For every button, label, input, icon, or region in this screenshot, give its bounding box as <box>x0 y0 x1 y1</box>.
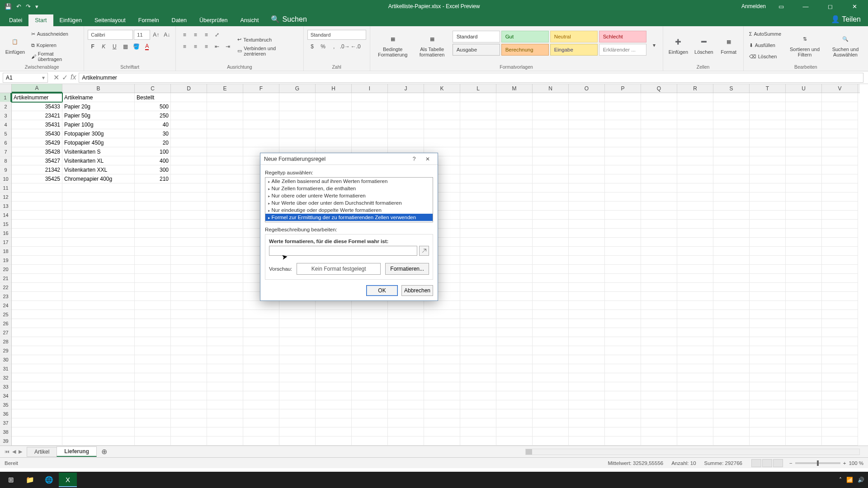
cell[interactable] <box>822 328 858 337</box>
cell[interactable] <box>750 192 786 202</box>
cell[interactable] <box>207 211 243 220</box>
cell[interactable] <box>424 355 460 364</box>
cell[interactable] <box>786 120 822 129</box>
cell[interactable] <box>677 301 713 310</box>
rule-type-item[interactable]: Formel zur Ermittlung der zu formatieren… <box>265 214 433 221</box>
cell[interactable] <box>12 274 62 283</box>
cell[interactable] <box>62 319 135 328</box>
cell[interactable] <box>713 183 750 192</box>
cell[interactable] <box>569 382 605 391</box>
cell[interactable] <box>460 409 496 418</box>
cell[interactable]: 20 <box>135 138 171 147</box>
cell[interactable] <box>388 418 424 427</box>
cell[interactable] <box>496 202 533 211</box>
cell[interactable] <box>171 238 207 247</box>
cell[interactable] <box>822 156 858 165</box>
shrink-font-icon[interactable]: A↓ <box>162 30 172 40</box>
row-header[interactable]: 36 <box>0 409 11 418</box>
cell[interactable] <box>533 183 569 192</box>
cell[interactable] <box>533 102 569 111</box>
cell[interactable] <box>316 418 352 427</box>
cell[interactable] <box>822 129 858 138</box>
cell[interactable] <box>207 192 243 202</box>
cell[interactable] <box>677 220 713 229</box>
cell[interactable] <box>822 283 858 292</box>
cell[interactable] <box>496 436 533 446</box>
cell[interactable] <box>677 382 713 391</box>
col-header[interactable]: T <box>750 84 786 93</box>
cell[interactable] <box>750 400 786 409</box>
cell[interactable] <box>62 301 135 310</box>
cell[interactable] <box>533 436 569 446</box>
cell[interactable] <box>713 120 750 129</box>
cell[interactable] <box>822 310 858 319</box>
col-header[interactable]: C <box>135 84 171 93</box>
cell[interactable] <box>352 102 388 111</box>
col-header[interactable]: G <box>279 84 316 93</box>
style-cell[interactable]: Schlecht <box>599 31 646 42</box>
cell[interactable] <box>316 102 352 111</box>
align-bottom-icon[interactable]: ≡ <box>201 30 211 40</box>
tab-scroll-prev-icon[interactable]: ◀ <box>12 449 16 455</box>
cell[interactable] <box>496 111 533 120</box>
cell[interactable] <box>677 238 713 247</box>
cell[interactable] <box>12 391 62 400</box>
cell[interactable] <box>279 138 316 147</box>
cell[interactable] <box>316 120 352 129</box>
cell[interactable] <box>171 391 207 400</box>
tab-einfuegen[interactable]: Einfügen <box>53 14 88 26</box>
cell[interactable] <box>822 183 858 192</box>
cell[interactable] <box>460 156 496 165</box>
cell[interactable] <box>352 409 388 418</box>
cell[interactable] <box>677 165 713 174</box>
cell[interactable] <box>713 111 750 120</box>
cell[interactable] <box>12 328 62 337</box>
cell[interactable] <box>713 310 750 319</box>
cell[interactable] <box>171 409 207 418</box>
row-header[interactable]: 4 <box>0 120 11 129</box>
horizontal-scrollbar[interactable] <box>525 449 860 455</box>
cell[interactable] <box>822 346 858 355</box>
cell[interactable] <box>713 174 750 183</box>
cell[interactable]: Chromepapier 400g <box>62 174 135 183</box>
cell[interactable] <box>750 102 786 111</box>
tab-scroll-first-icon[interactable]: ⏮ <box>5 449 9 455</box>
cell[interactable] <box>388 102 424 111</box>
cell[interactable] <box>605 120 641 129</box>
task-excel-icon[interactable]: X <box>59 473 77 487</box>
view-pagebreak-icon[interactable] <box>773 459 783 467</box>
cell[interactable] <box>460 382 496 391</box>
cell[interactable] <box>750 436 786 446</box>
cell[interactable] <box>171 147 207 156</box>
cell[interactable] <box>207 292 243 301</box>
cell[interactable] <box>171 427 207 436</box>
cell[interactable] <box>713 301 750 310</box>
cell[interactable] <box>750 283 786 292</box>
cell[interactable] <box>533 192 569 202</box>
cell[interactable] <box>496 102 533 111</box>
cell[interactable] <box>677 93 713 102</box>
cell[interactable] <box>641 147 677 156</box>
bold-button[interactable]: F <box>88 42 98 52</box>
tab-seitenlayout[interactable]: Seitenlayout <box>88 14 132 26</box>
cell[interactable] <box>388 129 424 138</box>
cell[interactable] <box>207 238 243 247</box>
cell[interactable] <box>713 211 750 220</box>
tab-formeln[interactable]: Formeln <box>132 14 165 26</box>
cell[interactable] <box>207 427 243 436</box>
cell[interactable] <box>713 355 750 364</box>
cell[interactable] <box>822 211 858 220</box>
cell[interactable] <box>388 337 424 346</box>
cell[interactable]: 250 <box>135 111 171 120</box>
cell[interactable] <box>822 337 858 346</box>
cell[interactable] <box>460 274 496 283</box>
cell[interactable] <box>677 373 713 382</box>
style-cell[interactable]: Neutral <box>550 31 598 42</box>
cell[interactable] <box>460 346 496 355</box>
cell[interactable] <box>569 174 605 183</box>
cell[interactable] <box>424 120 460 129</box>
cell[interactable] <box>569 328 605 337</box>
cell[interactable] <box>62 274 135 283</box>
cell[interactable] <box>750 174 786 183</box>
cell[interactable] <box>62 373 135 382</box>
